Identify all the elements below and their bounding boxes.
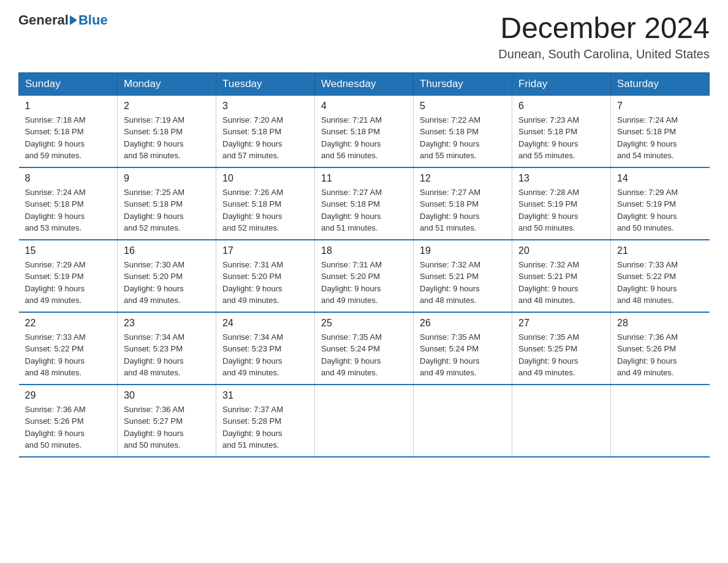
day-info: Sunrise: 7:22 AM Sunset: 5:18 PM Dayligh… <box>420 114 506 162</box>
calendar-cell: 31 Sunrise: 7:37 AM Sunset: 5:28 PM Dayl… <box>216 385 315 457</box>
day-number: 15 <box>25 245 112 256</box>
day-info: Sunrise: 7:18 AM Sunset: 5:18 PM Dayligh… <box>25 114 112 162</box>
day-number: 22 <box>25 318 112 329</box>
calendar-cell: 13 Sunrise: 7:28 AM Sunset: 5:19 PM Dayl… <box>512 167 611 240</box>
day-number: 25 <box>321 318 407 329</box>
calendar-cell: 5 Sunrise: 7:22 AM Sunset: 5:18 PM Dayli… <box>414 95 512 167</box>
day-info: Sunrise: 7:36 AM Sunset: 5:27 PM Dayligh… <box>124 404 210 451</box>
calendar-cell: 3 Sunrise: 7:20 AM Sunset: 5:18 PM Dayli… <box>216 95 315 167</box>
day-info: Sunrise: 7:33 AM Sunset: 5:22 PM Dayligh… <box>617 259 703 307</box>
day-info: Sunrise: 7:35 AM Sunset: 5:24 PM Dayligh… <box>420 331 506 379</box>
calendar-header: Sunday Monday Tuesday Wednesday Thursday… <box>19 72 710 95</box>
calendar-cell: 26 Sunrise: 7:35 AM Sunset: 5:24 PM Dayl… <box>414 312 512 385</box>
day-number: 11 <box>321 173 407 184</box>
header-wednesday: Wednesday <box>315 72 414 95</box>
day-info: Sunrise: 7:28 AM Sunset: 5:19 PM Dayligh… <box>518 186 604 234</box>
day-number: 14 <box>617 173 703 184</box>
day-number: 28 <box>617 318 703 329</box>
day-info: Sunrise: 7:35 AM Sunset: 5:24 PM Dayligh… <box>321 331 407 379</box>
calendar-cell: 29 Sunrise: 7:36 AM Sunset: 5:26 PM Dayl… <box>19 385 118 457</box>
day-info: Sunrise: 7:29 AM Sunset: 5:19 PM Dayligh… <box>25 259 112 307</box>
header-tuesday: Tuesday <box>216 72 315 95</box>
day-number: 3 <box>222 101 308 112</box>
day-info: Sunrise: 7:36 AM Sunset: 5:26 PM Dayligh… <box>617 331 703 379</box>
calendar-cell: 14 Sunrise: 7:29 AM Sunset: 5:19 PM Dayl… <box>611 167 710 240</box>
page-header: General Blue December 2024 Dunean, South… <box>18 12 710 61</box>
header-saturday: Saturday <box>611 72 710 95</box>
month-title: December 2024 <box>498 12 710 45</box>
calendar-week-row: 1 Sunrise: 7:18 AM Sunset: 5:18 PM Dayli… <box>19 95 710 167</box>
day-info: Sunrise: 7:34 AM Sunset: 5:23 PM Dayligh… <box>124 331 210 379</box>
calendar-cell <box>315 385 414 457</box>
calendar-cell: 16 Sunrise: 7:30 AM Sunset: 5:20 PM Dayl… <box>118 240 216 312</box>
calendar-cell: 8 Sunrise: 7:24 AM Sunset: 5:18 PM Dayli… <box>19 167 118 240</box>
calendar-cell: 9 Sunrise: 7:25 AM Sunset: 5:18 PM Dayli… <box>118 167 216 240</box>
weekday-header-row: Sunday Monday Tuesday Wednesday Thursday… <box>19 72 710 95</box>
day-number: 12 <box>420 173 506 184</box>
day-info: Sunrise: 7:33 AM Sunset: 5:22 PM Dayligh… <box>25 331 112 379</box>
calendar-cell: 12 Sunrise: 7:27 AM Sunset: 5:18 PM Dayl… <box>414 167 512 240</box>
day-info: Sunrise: 7:37 AM Sunset: 5:28 PM Dayligh… <box>222 404 308 451</box>
calendar-cell: 4 Sunrise: 7:21 AM Sunset: 5:18 PM Dayli… <box>315 95 414 167</box>
day-number: 9 <box>124 173 210 184</box>
day-number: 8 <box>25 173 112 184</box>
day-info: Sunrise: 7:32 AM Sunset: 5:21 PM Dayligh… <box>420 259 506 307</box>
day-info: Sunrise: 7:19 AM Sunset: 5:18 PM Dayligh… <box>124 114 210 162</box>
day-info: Sunrise: 7:27 AM Sunset: 5:18 PM Dayligh… <box>321 186 407 234</box>
day-number: 17 <box>222 245 308 256</box>
header-sunday: Sunday <box>19 72 118 95</box>
calendar-body: 1 Sunrise: 7:18 AM Sunset: 5:18 PM Dayli… <box>19 95 710 457</box>
logo: General Blue <box>18 12 108 28</box>
day-number: 23 <box>124 318 210 329</box>
calendar-cell: 7 Sunrise: 7:24 AM Sunset: 5:18 PM Dayli… <box>611 95 710 167</box>
day-info: Sunrise: 7:36 AM Sunset: 5:26 PM Dayligh… <box>25 404 112 451</box>
calendar-week-row: 22 Sunrise: 7:33 AM Sunset: 5:22 PM Dayl… <box>19 312 710 385</box>
calendar-cell: 6 Sunrise: 7:23 AM Sunset: 5:18 PM Dayli… <box>512 95 611 167</box>
day-info: Sunrise: 7:25 AM Sunset: 5:18 PM Dayligh… <box>124 186 210 234</box>
day-info: Sunrise: 7:27 AM Sunset: 5:18 PM Dayligh… <box>420 186 506 234</box>
calendar-cell: 24 Sunrise: 7:34 AM Sunset: 5:23 PM Dayl… <box>216 312 315 385</box>
day-number: 7 <box>617 101 703 112</box>
calendar-cell: 17 Sunrise: 7:31 AM Sunset: 5:20 PM Dayl… <box>216 240 315 312</box>
calendar-cell <box>611 385 710 457</box>
day-info: Sunrise: 7:31 AM Sunset: 5:20 PM Dayligh… <box>321 259 407 307</box>
calendar-cell: 22 Sunrise: 7:33 AM Sunset: 5:22 PM Dayl… <box>19 312 118 385</box>
logo-general-text: General <box>18 12 69 28</box>
calendar-cell <box>414 385 512 457</box>
calendar-cell: 10 Sunrise: 7:26 AM Sunset: 5:18 PM Dayl… <box>216 167 315 240</box>
day-info: Sunrise: 7:31 AM Sunset: 5:20 PM Dayligh… <box>222 259 308 307</box>
day-number: 1 <box>25 101 112 112</box>
logo-blue-text: Blue <box>78 12 108 28</box>
day-info: Sunrise: 7:21 AM Sunset: 5:18 PM Dayligh… <box>321 114 407 162</box>
location-text: Dunean, South Carolina, United States <box>498 47 710 61</box>
day-info: Sunrise: 7:32 AM Sunset: 5:21 PM Dayligh… <box>518 259 604 307</box>
day-info: Sunrise: 7:26 AM Sunset: 5:18 PM Dayligh… <box>222 186 308 234</box>
calendar-cell: 15 Sunrise: 7:29 AM Sunset: 5:19 PM Dayl… <box>19 240 118 312</box>
header-thursday: Thursday <box>414 72 512 95</box>
day-number: 26 <box>420 318 506 329</box>
header-friday: Friday <box>512 72 611 95</box>
calendar-cell: 21 Sunrise: 7:33 AM Sunset: 5:22 PM Dayl… <box>611 240 710 312</box>
day-number: 10 <box>222 173 308 184</box>
day-number: 20 <box>518 245 604 256</box>
day-number: 5 <box>420 101 506 112</box>
calendar-cell: 19 Sunrise: 7:32 AM Sunset: 5:21 PM Dayl… <box>414 240 512 312</box>
day-info: Sunrise: 7:30 AM Sunset: 5:20 PM Dayligh… <box>124 259 210 307</box>
day-number: 19 <box>420 245 506 256</box>
day-number: 16 <box>124 245 210 256</box>
day-info: Sunrise: 7:35 AM Sunset: 5:25 PM Dayligh… <box>518 331 604 379</box>
day-number: 27 <box>518 318 604 329</box>
day-number: 21 <box>617 245 703 256</box>
calendar-cell: 1 Sunrise: 7:18 AM Sunset: 5:18 PM Dayli… <box>19 95 118 167</box>
day-info: Sunrise: 7:34 AM Sunset: 5:23 PM Dayligh… <box>222 331 308 379</box>
calendar-cell <box>512 385 611 457</box>
calendar-cell: 30 Sunrise: 7:36 AM Sunset: 5:27 PM Dayl… <box>118 385 216 457</box>
day-number: 30 <box>124 390 210 401</box>
day-info: Sunrise: 7:29 AM Sunset: 5:19 PM Dayligh… <box>617 186 703 234</box>
calendar-cell: 27 Sunrise: 7:35 AM Sunset: 5:25 PM Dayl… <box>512 312 611 385</box>
calendar-cell: 23 Sunrise: 7:34 AM Sunset: 5:23 PM Dayl… <box>118 312 216 385</box>
day-number: 29 <box>25 390 112 401</box>
day-number: 13 <box>518 173 604 184</box>
calendar-cell: 20 Sunrise: 7:32 AM Sunset: 5:21 PM Dayl… <box>512 240 611 312</box>
logo-arrow-icon <box>70 15 77 25</box>
